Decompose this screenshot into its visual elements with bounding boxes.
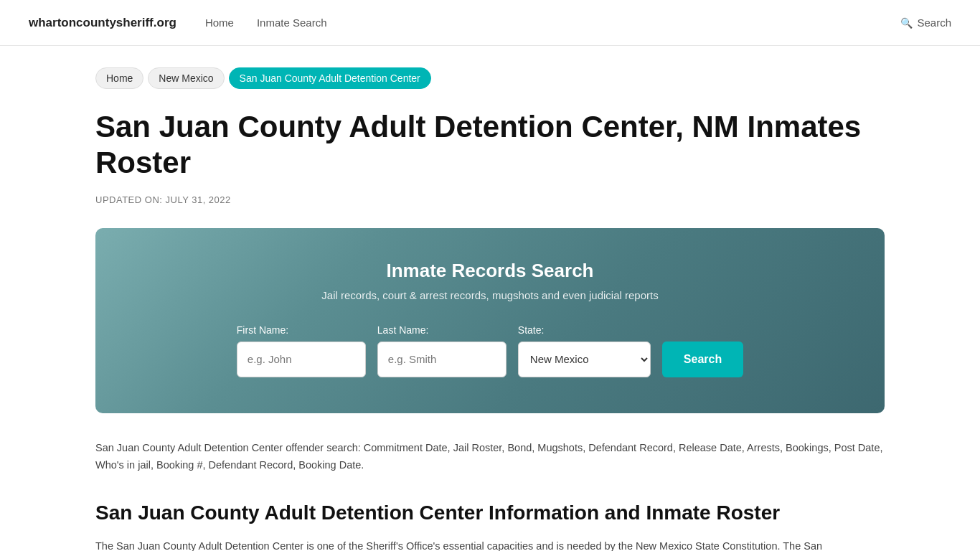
search-section-title: Inmate Records Search bbox=[124, 260, 856, 282]
breadcrumb-current[interactable]: San Juan County Adult Detention Center bbox=[229, 67, 431, 89]
search-section: Inmate Records Search Jail records, cour… bbox=[95, 228, 885, 413]
last-name-input[interactable] bbox=[377, 342, 507, 377]
description-text: San Juan County Adult Detention Center o… bbox=[95, 439, 885, 474]
breadcrumb-new-mexico[interactable]: New Mexico bbox=[148, 67, 224, 89]
site-brand[interactable]: whartoncountysheriff.org bbox=[29, 16, 176, 30]
page-title: San Juan County Adult Detention Center, … bbox=[95, 109, 885, 182]
nav-link-home[interactable]: Home bbox=[205, 17, 234, 29]
first-name-group: First Name: bbox=[237, 324, 366, 377]
last-name-group: Last Name: bbox=[377, 324, 507, 377]
breadcrumb-home[interactable]: Home bbox=[95, 67, 143, 89]
main-content: Home New Mexico San Juan County Adult De… bbox=[67, 46, 913, 551]
navbar: whartoncountysheriff.org Home Inmate Sea… bbox=[0, 0, 980, 46]
first-name-label: First Name: bbox=[237, 324, 288, 336]
nav-link-inmate-search[interactable]: Inmate Search bbox=[257, 17, 327, 29]
info-body-text: The San Juan County Adult Detention Cent… bbox=[95, 537, 885, 551]
nav-links: Home Inmate Search bbox=[205, 17, 872, 29]
state-select[interactable]: AlabamaAlaskaArizonaArkansasCaliforniaCo… bbox=[518, 342, 651, 377]
state-label: State: bbox=[518, 324, 545, 336]
search-form: First Name: Last Name: State: AlabamaAla… bbox=[124, 324, 856, 377]
updated-date: UPDATED ON: JULY 31, 2022 bbox=[95, 194, 885, 205]
breadcrumb: Home New Mexico San Juan County Adult De… bbox=[95, 67, 885, 89]
info-section-heading: San Juan County Adult Detention Center I… bbox=[95, 500, 885, 526]
search-section-subtitle: Jail records, court & arrest records, mu… bbox=[124, 289, 856, 301]
first-name-input[interactable] bbox=[237, 342, 366, 377]
nav-search-label: Search bbox=[917, 17, 951, 29]
nav-search[interactable]: 🔍 Search bbox=[900, 17, 951, 29]
search-button[interactable]: Search bbox=[662, 342, 743, 377]
state-group: State: AlabamaAlaskaArizonaArkansasCalif… bbox=[518, 324, 651, 377]
search-icon: 🔍 bbox=[900, 17, 913, 29]
last-name-label: Last Name: bbox=[377, 324, 429, 336]
